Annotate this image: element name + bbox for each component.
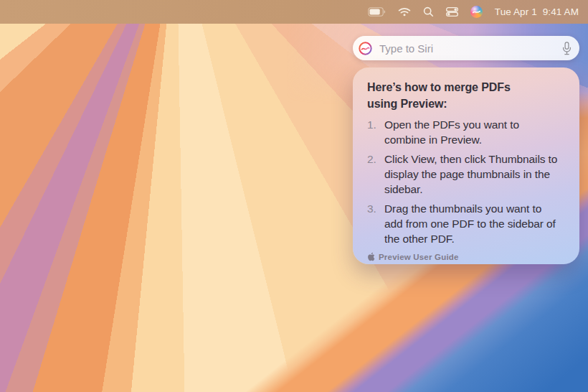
step-item: 1. Open the PDFs you want to combine in …	[367, 117, 569, 147]
siri-icon[interactable]	[470, 6, 483, 18]
source-label: Preview User Guide	[379, 253, 459, 261]
battery-icon[interactable]	[368, 7, 386, 17]
menu-bar-time: 9:41 AM	[543, 6, 579, 17]
microphone-icon[interactable]	[562, 42, 572, 55]
step-text: Drag the thumbnails you want to add from…	[384, 201, 556, 246]
step-text: Open the PDFs you want to combine in Pre…	[384, 117, 519, 147]
spotlight-search-icon[interactable]	[423, 6, 434, 17]
step-item: 2. Click View, then click Thumbnails to …	[367, 151, 569, 197]
step-number: 3.	[367, 201, 379, 246]
siri-response-card: Here’s how to merge PDFs using Preview: …	[353, 67, 579, 264]
apple-logo-icon	[367, 252, 375, 261]
step-item: 3. Drag the thumbnails you want to add f…	[367, 201, 569, 246]
step-number: 1.	[367, 117, 379, 147]
source-link[interactable]: Preview User Guide	[367, 252, 569, 261]
step-number: 2.	[367, 151, 379, 197]
menu-bar-clock[interactable]: Tue Apr 1 9:41 AM	[495, 6, 579, 17]
menu-bar: Tue Apr 1 9:41 AM	[0, 0, 588, 24]
step-text: Click View, then click Thumbnails to dis…	[384, 151, 557, 197]
menu-bar-date: Tue Apr 1	[495, 6, 537, 17]
type-to-siri-input[interactable]	[378, 42, 556, 55]
wifi-icon[interactable]	[398, 7, 411, 17]
control-center-icon[interactable]	[446, 7, 458, 17]
siri-orb-icon	[359, 42, 372, 55]
response-heading: Here’s how to merge PDFs using Preview:	[367, 79, 569, 112]
type-to-siri-field[interactable]	[353, 36, 579, 60]
